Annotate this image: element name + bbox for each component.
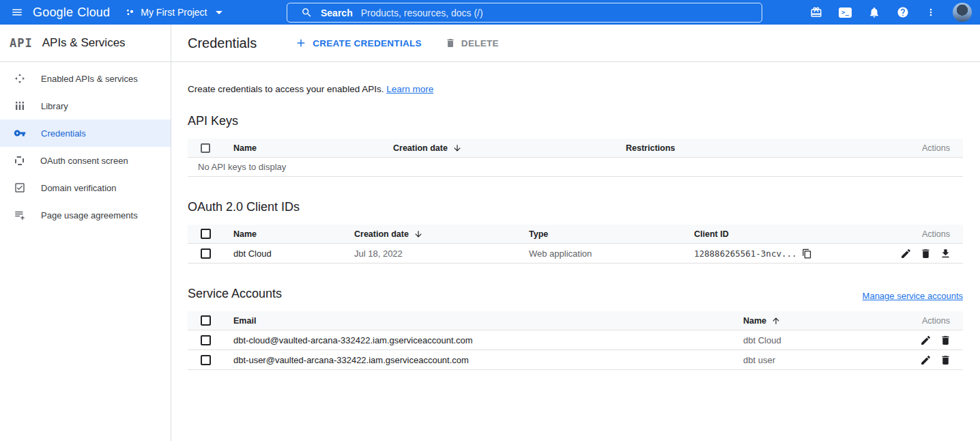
delete-button[interactable]: DELETE	[445, 38, 499, 48]
sidebar-item-enabled-apis[interactable]: Enabled APIs & services	[0, 65, 171, 92]
project-selector[interactable]: My First Project	[125, 7, 222, 18]
column-name[interactable]: Name	[233, 229, 354, 239]
logo-text-google: Google	[33, 5, 73, 20]
service-accounts-heading-row: Service Accounts Manage service accounts	[188, 287, 963, 301]
sidebar-item-label: Domain verification	[41, 183, 117, 193]
sidebar-item-label: Credentials	[41, 128, 86, 139]
cloud-shell-icon[interactable]: >_	[839, 8, 852, 18]
sidebar-item-page-usage[interactable]: Page usage agreements	[0, 201, 171, 229]
service-account-name: dbt Cloud	[743, 335, 888, 345]
sidebar: API APIs & Services Enabled APIs & servi…	[0, 25, 171, 441]
table-row: dbt-cloud@vaulted-arcana-332422.iam.gser…	[188, 330, 963, 350]
oauth-client-type: Web application	[529, 248, 694, 259]
create-credentials-button[interactable]: CREATE CREDENTIALS	[295, 37, 422, 49]
domain-verification-icon	[14, 182, 26, 194]
key-icon	[14, 127, 26, 139]
project-name: My First Project	[141, 7, 207, 18]
plus-icon	[295, 37, 307, 49]
column-email[interactable]: Email	[233, 316, 743, 326]
service-account-email: dbt-user@vaulted-arcana-332422.iam.gserv…	[233, 355, 743, 365]
column-actions: Actions	[888, 143, 963, 153]
column-creation-date[interactable]: Creation date	[354, 229, 529, 239]
page-header: Credentials CREATE CREDENTIALS DELETE	[171, 25, 980, 62]
oauth-client-creation-date: Jul 18, 2022	[354, 248, 529, 259]
select-all-checkbox[interactable]	[201, 229, 211, 239]
select-all-checkbox[interactable]	[201, 315, 211, 326]
delete-icon[interactable]	[920, 248, 932, 259]
topbar: Google Cloud My First Project Search Pro…	[0, 0, 980, 25]
row-checkbox[interactable]	[201, 335, 211, 345]
column-client-id[interactable]: Client ID	[694, 229, 888, 239]
api-keys-empty-row: No API keys to display	[188, 158, 963, 177]
service-account-email: dbt-cloud@vaulted-arcana-332422.iam.gser…	[233, 335, 743, 345]
oauth-clients-heading: OAuth 2.0 Client IDs	[188, 200, 963, 214]
column-name[interactable]: Name	[233, 143, 393, 153]
delete-label: DELETE	[461, 38, 499, 48]
more-vert-icon[interactable]	[925, 7, 936, 18]
row-actions	[888, 354, 963, 366]
copy-icon[interactable]	[802, 248, 812, 259]
page-title: Credentials	[188, 35, 257, 51]
help-icon[interactable]	[897, 6, 909, 18]
service-accounts-header-row: Email Name Actions	[188, 311, 963, 330]
service-account-name: dbt user	[743, 355, 888, 365]
column-type[interactable]: Type	[529, 229, 694, 239]
row-actions	[888, 248, 963, 259]
sidebar-item-label: Library	[41, 101, 68, 111]
notifications-bell-icon[interactable]	[868, 6, 880, 18]
sort-ascending-icon	[771, 316, 781, 326]
manage-service-accounts-link[interactable]: Manage service accounts	[863, 291, 963, 301]
sort-descending-icon	[452, 143, 462, 153]
row-checkbox[interactable]	[201, 248, 211, 259]
api-keys-header-row: Name Creation date Restrictions Actions	[188, 139, 963, 158]
google-cloud-logo[interactable]: Google Cloud	[33, 5, 110, 20]
sidebar-nav: Enabled APIs & services Library Credenti…	[0, 62, 171, 229]
menu-icon[interactable]	[0, 6, 33, 18]
search-bar[interactable]: Search Products, resources, docs (/)	[287, 3, 762, 23]
search-icon	[301, 7, 313, 18]
sidebar-header: API APIs & Services	[0, 25, 171, 62]
create-credentials-label: CREATE CREDENTIALS	[313, 38, 422, 48]
learn-more-link[interactable]: Learn more	[386, 84, 433, 94]
service-accounts-table: Email Name Actions dbt-cloud@vaulted-arc…	[188, 311, 963, 370]
column-actions: Actions	[888, 229, 963, 239]
download-icon[interactable]	[940, 248, 951, 259]
avatar[interactable]	[953, 3, 972, 22]
sidebar-item-credentials[interactable]: Credentials	[0, 119, 171, 147]
trash-icon	[445, 38, 456, 48]
service-accounts-heading: Service Accounts	[188, 287, 282, 301]
client-id-value: 128886265561-3ncv...	[694, 248, 797, 259]
sidebar-item-oauth-consent[interactable]: OAuth consent screen	[0, 147, 171, 174]
row-checkbox[interactable]	[201, 355, 211, 365]
main-panel: Credentials CREATE CREDENTIALS DELETE Cr…	[171, 25, 980, 441]
page-usage-agreements-icon	[14, 209, 26, 221]
topbar-actions: >_	[810, 0, 980, 25]
sidebar-item-label: Page usage agreements	[41, 210, 138, 220]
project-icon	[125, 8, 135, 18]
sidebar-item-label: Enabled APIs & services	[41, 74, 138, 84]
intro-sentence: Create credentials to access your enable…	[188, 84, 384, 94]
logo-text-cloud: Cloud	[77, 5, 110, 20]
sidebar-item-label: OAuth consent screen	[40, 156, 128, 166]
gift-icon[interactable]	[810, 6, 822, 18]
column-restrictions[interactable]: Restrictions	[626, 143, 888, 153]
edit-icon[interactable]	[920, 354, 932, 366]
delete-icon[interactable]	[940, 354, 951, 366]
table-row: dbt-user@vaulted-arcana-332422.iam.gserv…	[188, 350, 963, 370]
edit-icon[interactable]	[900, 248, 912, 259]
column-creation-date[interactable]: Creation date	[393, 143, 626, 153]
intro-text: Create credentials to access your enable…	[188, 84, 963, 94]
select-all-checkbox[interactable]	[201, 143, 210, 153]
oauth-header-row: Name Creation date Type Client ID Action…	[188, 225, 963, 244]
column-name[interactable]: Name	[743, 316, 888, 326]
chevron-down-icon	[216, 11, 222, 14]
row-actions	[888, 335, 963, 346]
oauth-consent-icon	[15, 156, 24, 165]
sidebar-item-domain-verification[interactable]: Domain verification	[0, 174, 171, 201]
delete-icon[interactable]	[940, 335, 951, 346]
oauth-client-id-cell: 128886265561-3ncv...	[694, 248, 888, 259]
content: Create credentials to access your enable…	[171, 62, 980, 370]
edit-icon[interactable]	[920, 335, 932, 346]
sidebar-item-library[interactable]: Library	[0, 92, 171, 119]
api-keys-table: Name Creation date Restrictions Actions …	[188, 139, 963, 177]
